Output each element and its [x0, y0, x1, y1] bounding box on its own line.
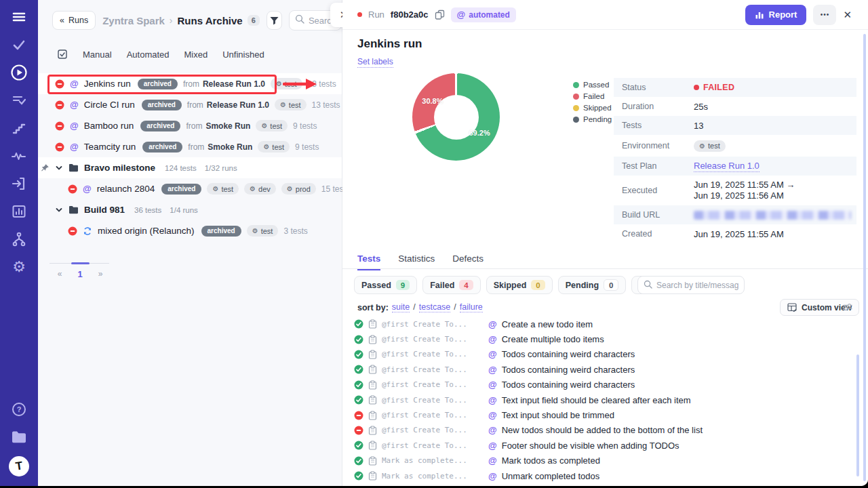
pagination-next-button[interactable]: » — [90, 269, 111, 279]
copy-icon[interactable] — [435, 9, 445, 20]
detail-close-button[interactable]: ✕ — [843, 9, 852, 21]
run-row[interactable]: @Circle CI runarchivedfromRelease Run 1.… — [38, 94, 342, 115]
filter-failed-button[interactable]: Failed4 — [422, 276, 481, 294]
env-badge: ⚙dev — [244, 183, 276, 195]
back-to-runs-button[interactable]: « Runs — [52, 11, 96, 30]
env-badge: ⚙test — [275, 99, 307, 110]
filter-passed-button[interactable]: Passed9 — [354, 276, 417, 294]
test-title: Text input field should be cleared after… — [502, 395, 691, 405]
run-row[interactable]: @Bamboo runarchivedfromSmoke Run⚙test9 t… — [38, 115, 342, 136]
tab-statistics[interactable]: Statistics — [398, 253, 435, 270]
test-plan-name[interactable]: Smoke Run — [205, 121, 250, 131]
panel-scrollbar[interactable] — [863, 34, 866, 481]
menu-icon[interactable] — [10, 8, 28, 26]
avatar[interactable]: T — [9, 456, 29, 476]
passed-status-icon — [354, 380, 363, 390]
branch-icon[interactable] — [10, 230, 28, 248]
pulse-activity-icon[interactable] — [10, 147, 28, 165]
sort-by-testcase[interactable]: testcase — [419, 302, 451, 312]
pagination-track — [50, 263, 109, 264]
tab-tests[interactable]: Tests — [357, 253, 380, 270]
projects-folder-icon[interactable] — [10, 428, 28, 446]
tests-search-input[interactable] — [656, 281, 738, 290]
failed-status-icon — [55, 79, 64, 89]
gear-icon: ⚙ — [263, 143, 269, 150]
failed-status-icon — [68, 226, 77, 236]
help-icon[interactable]: ? — [10, 401, 28, 418]
sort-by-suite[interactable]: suite — [392, 302, 410, 312]
runs-tab-automated[interactable]: Automated — [127, 49, 170, 60]
set-labels-link[interactable]: Set labels — [357, 57, 393, 68]
legend-item-failed[interactable]: Failed — [573, 92, 612, 100]
import-icon[interactable] — [10, 175, 28, 192]
test-row[interactable]: @first Create To...@Footer should be vis… — [354, 438, 853, 453]
failed-status-icon — [55, 121, 64, 131]
tests-search — [637, 276, 745, 294]
run-row[interactable]: @Teamcity runarchivedfromSmoke Run⚙test9… — [38, 136, 342, 157]
milestone-folder-row[interactable]: Build 98136 tests1/4 runs — [38, 199, 342, 220]
tests-count: 13 tests — [308, 79, 336, 89]
breadcrumb-project[interactable]: Zyntra Spark — [102, 15, 165, 26]
run-row[interactable]: @relaunch 2804archived⚙test⚙dev⚙prod15 t… — [38, 178, 342, 199]
runs-tab-manual[interactable]: Manual — [83, 49, 112, 60]
more-options-button[interactable]: ••• — [813, 5, 836, 25]
runs-play-icon[interactable] — [10, 64, 28, 81]
sort-by-failure[interactable]: failure — [460, 302, 483, 312]
passed-status-icon — [354, 456, 363, 466]
tests-list-scrollbar[interactable] — [856, 354, 859, 476]
pagination-active-indicator — [71, 262, 90, 264]
tests-count: 3 tests — [283, 226, 307, 236]
run-detail-panel: Run f80b2a0c @ automated Report ••• ✕ Je… — [342, 0, 868, 486]
runs-tab-mixed[interactable]: Mixed — [184, 49, 208, 60]
field-value: 13 — [694, 121, 703, 131]
test-row[interactable]: @first Create To...@Create multiple todo… — [354, 331, 853, 346]
test-plan-link[interactable]: Release Run 1.0 — [694, 161, 760, 172]
legend-item-skipped[interactable]: Skipped — [573, 104, 612, 112]
runs-tab-unfinished[interactable]: Unfinished — [222, 49, 264, 60]
filter-skipped-button[interactable]: Skipped0 — [486, 276, 553, 294]
plans-list-icon[interactable] — [10, 92, 28, 109]
test-title: Todos containing weird characters — [502, 349, 635, 359]
from-label: from — [188, 142, 204, 152]
milestone-folder-row[interactable]: Bravo milestone124 tests1/32 runs — [38, 157, 342, 178]
report-button[interactable]: Report — [745, 5, 807, 25]
test-row[interactable]: @first Create To...@Text input field sho… — [354, 392, 853, 407]
gear-icon: ⚙ — [252, 227, 258, 235]
run-row[interactable]: mixed origin (Relaunch)archived⚙test3 te… — [38, 220, 342, 241]
test-row[interactable]: @first Create To...@Create a new todo it… — [354, 317, 853, 331]
legend-item-passed[interactable]: Passed — [573, 81, 612, 89]
analytics-chart-icon[interactable] — [10, 203, 28, 220]
tests-count: 9 tests — [293, 121, 317, 131]
run-title: relaunch 2804 — [97, 184, 155, 194]
select-all-icon[interactable] — [57, 49, 68, 60]
settings-gear-icon[interactable]: ⚙ — [10, 258, 28, 276]
milestones-steps-icon[interactable] — [10, 119, 28, 137]
test-row[interactable]: @first Create To...@New todos should be … — [354, 423, 853, 438]
pagination-page-1[interactable]: 1 — [70, 269, 90, 279]
view-settings-sliders-icon[interactable] — [842, 302, 853, 314]
test-row[interactable]: Mark as complete...@Unmark completed tod… — [354, 468, 853, 483]
test-row[interactable]: @first Create To...@Todos containing wei… — [354, 378, 853, 392]
test-plan-name[interactable]: Release Run 1.0 — [203, 79, 265, 89]
test-suite: @first Create To... — [382, 380, 484, 389]
filter-pending-button[interactable]: Pending0 — [558, 276, 627, 294]
passed-status-icon — [354, 471, 363, 481]
legend-item-pending[interactable]: Pending — [573, 115, 612, 123]
run-row[interactable]: @Jenkins runarchivedfromRelease Run 1.0⚙… — [38, 73, 342, 94]
test-row[interactable]: @first Create To...@Todos containing wei… — [354, 347, 853, 362]
tests-check-icon[interactable] — [10, 36, 28, 54]
env-badge: ⚙test — [256, 120, 288, 131]
pagination-prev-button[interactable]: « — [50, 269, 70, 279]
test-row[interactable]: @first Create To...@Text input should be… — [354, 407, 853, 422]
test-plan-name[interactable]: Release Run 1.0 — [207, 100, 269, 110]
test-row[interactable]: Mark as complete...@Mark todos as comple… — [354, 453, 853, 468]
gear-icon: ⚙ — [212, 185, 218, 192]
test-title: Mark todos as completed — [502, 455, 600, 466]
automated-icon: @ — [488, 441, 497, 450]
test-plan-name[interactable]: Smoke Run — [208, 142, 252, 152]
test-row[interactable]: @first Create To...@Todos containing wei… — [354, 362, 853, 377]
tab-defects[interactable]: Defects — [452, 253, 484, 270]
detail-field-row: ExecutedJun 19, 2025 11:55 AM →Jun 19, 2… — [614, 176, 856, 205]
app-window: ⚙ ? T « Runs Zyntra Spark › Runs Archive… — [0, 0, 868, 486]
filter-button[interactable] — [267, 11, 282, 30]
